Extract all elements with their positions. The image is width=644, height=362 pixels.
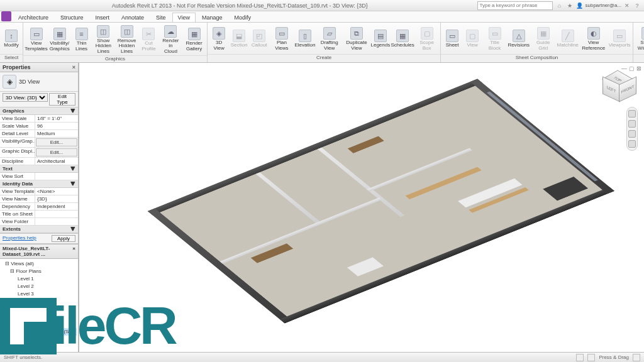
help-icon[interactable]: ? bbox=[633, 1, 641, 10]
property-row[interactable]: View Scale1/8" = 1'-0" bbox=[0, 115, 78, 123]
3d-view-button[interactable]: ◈3D View bbox=[209, 26, 229, 52]
steering-wheel-icon[interactable] bbox=[628, 110, 636, 118]
guide-grid-button[interactable]: ▦Guide Grid bbox=[530, 26, 556, 52]
section-graphics[interactable]: Graphics⯆ bbox=[0, 107, 78, 115]
visibility-graphics-button[interactable]: ▦Visibility/ Graphics bbox=[48, 26, 71, 53]
title-block-button[interactable]: ▭Title Block bbox=[482, 26, 507, 52]
section-button[interactable]: ⬓Section bbox=[229, 28, 249, 49]
property-value[interactable] bbox=[35, 218, 78, 225]
property-value[interactable]: Edit... bbox=[36, 148, 77, 156]
property-value[interactable]: Edit... bbox=[36, 138, 77, 146]
tree-item[interactable]: ⊟ Views (all) bbox=[1, 260, 77, 268]
status-tool-icon[interactable] bbox=[576, 354, 584, 361]
edit-type-button[interactable]: Edit Type bbox=[49, 93, 75, 106]
button-label: Render in Cloud bbox=[162, 38, 180, 54]
plan-views-button[interactable]: ▭Plan Views bbox=[269, 26, 294, 52]
tab-modify[interactable]: Modify bbox=[229, 13, 257, 22]
thin-lines-button[interactable]: ≡Thin Lines bbox=[71, 26, 91, 53]
property-value[interactable]: Architectural bbox=[35, 158, 78, 165]
tree-item[interactable]: Level 1 bbox=[1, 275, 77, 283]
tab-architecture[interactable]: Architecture bbox=[13, 13, 54, 22]
property-row[interactable]: Detail LevelMedium bbox=[0, 130, 78, 138]
viewports-button[interactable]: ▭Viewports bbox=[608, 28, 631, 49]
tab-manage[interactable]: Manage bbox=[196, 13, 228, 22]
tab-annotate[interactable]: Annotate bbox=[116, 13, 150, 22]
zoom-icon[interactable] bbox=[628, 130, 636, 138]
close-icon[interactable]: × bbox=[72, 64, 75, 70]
tree-item[interactable]: ⊟ Floor Plans bbox=[1, 268, 77, 275]
property-value[interactable] bbox=[35, 211, 78, 217]
view-button[interactable]: ▢View bbox=[462, 28, 482, 49]
sheet-button[interactable]: ▭Sheet bbox=[442, 28, 462, 49]
instance-select[interactable]: 3D View: {3D} bbox=[3, 93, 48, 102]
section-extents[interactable]: Extents⯆ bbox=[0, 226, 78, 233]
property-value[interactable] bbox=[35, 173, 78, 180]
type-selector[interactable]: ◈ 3D View bbox=[0, 72, 78, 92]
legends-button[interactable]: ▤Legends bbox=[370, 28, 391, 49]
app-menu-button[interactable] bbox=[1, 11, 11, 21]
property-value[interactable]: 1/8" = 1'-0" bbox=[35, 115, 78, 122]
matchline-button[interactable]: ╱Matchline bbox=[556, 28, 579, 49]
property-row[interactable]: Graphic Displ...Edit... bbox=[0, 148, 78, 158]
elevation-button[interactable]: ▯Elevation bbox=[294, 28, 316, 49]
tab-site[interactable]: Site bbox=[150, 13, 172, 22]
switch-windows-button[interactable]: ⧉Switch Windows bbox=[635, 26, 644, 52]
infocenter-icon[interactable]: ⌂ bbox=[555, 1, 564, 10]
section-identity-data[interactable]: Identity Data⯆ bbox=[0, 180, 78, 188]
property-value[interactable]: {3D} bbox=[35, 195, 78, 202]
status-tool-icon[interactable] bbox=[587, 354, 595, 361]
button-label: Sheet bbox=[446, 43, 459, 48]
group-title: Create bbox=[208, 54, 440, 62]
property-row[interactable]: Visibility/Grap...Edit... bbox=[0, 138, 78, 148]
property-row[interactable]: View Folder bbox=[0, 218, 78, 226]
matchline-icon: ╱ bbox=[562, 30, 574, 42]
view-templates-button[interactable]: ▭View Templates bbox=[25, 26, 48, 53]
remove-hidden-lines-button[interactable]: ◫Remove Hidden Lines bbox=[115, 24, 138, 55]
property-row[interactable]: DisciplineArchitectural bbox=[0, 158, 78, 165]
property-row[interactable]: DependencyIndependent bbox=[0, 203, 78, 211]
apply-button[interactable]: Apply bbox=[52, 235, 75, 242]
close-icon[interactable]: ⊠ bbox=[636, 65, 641, 72]
property-row[interactable]: View Name{3D} bbox=[0, 195, 78, 203]
search-input[interactable] bbox=[477, 1, 553, 10]
schedules-button[interactable]: ▦Schedules bbox=[391, 28, 414, 49]
tab-view[interactable]: View bbox=[172, 13, 196, 22]
property-row[interactable]: Scale Value96 bbox=[0, 123, 78, 130]
render-gallery-button[interactable]: ▦Render Gallery bbox=[182, 26, 206, 53]
drafting-view-button[interactable]: ▱Drafting View bbox=[316, 26, 343, 52]
star-icon[interactable]: ★ bbox=[565, 1, 574, 10]
button-label: Revisions bbox=[508, 43, 530, 48]
browser-title: Mixed-Use_RevitLT-Dataset_109.rvt ... × bbox=[0, 244, 78, 259]
viewcube[interactable]: TOP LEFT FRONT bbox=[602, 69, 634, 101]
property-value[interactable]: 96 bbox=[35, 123, 78, 129]
render-in-cloud-button[interactable]: ☁Render in Cloud bbox=[159, 24, 182, 55]
view-reference-button[interactable]: ◐View Reference bbox=[579, 26, 608, 52]
property-row[interactable]: Title on Sheet bbox=[0, 211, 78, 218]
close-icon[interactable]: × bbox=[72, 246, 75, 257]
property-row[interactable]: View Template<None> bbox=[0, 188, 78, 195]
show-hidden-lines-button[interactable]: ◫Show Hidden Lines bbox=[92, 24, 115, 55]
button-label: Elevation bbox=[294, 43, 315, 48]
property-value[interactable]: Medium bbox=[35, 130, 78, 137]
modify-button[interactable]: ↕Modify bbox=[1, 28, 21, 49]
revisions-button[interactable]: △Revisions bbox=[507, 28, 530, 49]
properties-help-link[interactable]: Properties help bbox=[3, 235, 36, 242]
filter-icon[interactable] bbox=[633, 354, 640, 361]
property-row[interactable]: View Sort bbox=[0, 173, 78, 180]
exchange-icon[interactable]: ✕ bbox=[623, 1, 631, 10]
tab-insert[interactable]: Insert bbox=[90, 13, 116, 22]
button-label: Thin Lines bbox=[74, 41, 89, 52]
section-text[interactable]: Text⯆ bbox=[0, 165, 78, 173]
cut-profile-button[interactable]: ✂Cut Profile bbox=[138, 26, 159, 53]
tree-item[interactable]: Level 2 bbox=[1, 283, 77, 290]
duplicate-view-button[interactable]: ⧉Duplicate View bbox=[343, 26, 370, 52]
callout-button[interactable]: ◰Callout bbox=[249, 28, 269, 49]
tab-structure[interactable]: Structure bbox=[55, 13, 89, 22]
scope-box-button[interactable]: ▢Scope Box bbox=[414, 26, 439, 52]
property-value[interactable]: <None> bbox=[35, 188, 78, 195]
property-value[interactable]: Independent bbox=[35, 203, 78, 210]
pan-icon[interactable] bbox=[628, 120, 636, 128]
orbit-icon[interactable] bbox=[628, 140, 636, 148]
signin-icon[interactable]: 👤 bbox=[575, 1, 584, 10]
button-label: Visibility/ Graphics bbox=[50, 41, 70, 52]
